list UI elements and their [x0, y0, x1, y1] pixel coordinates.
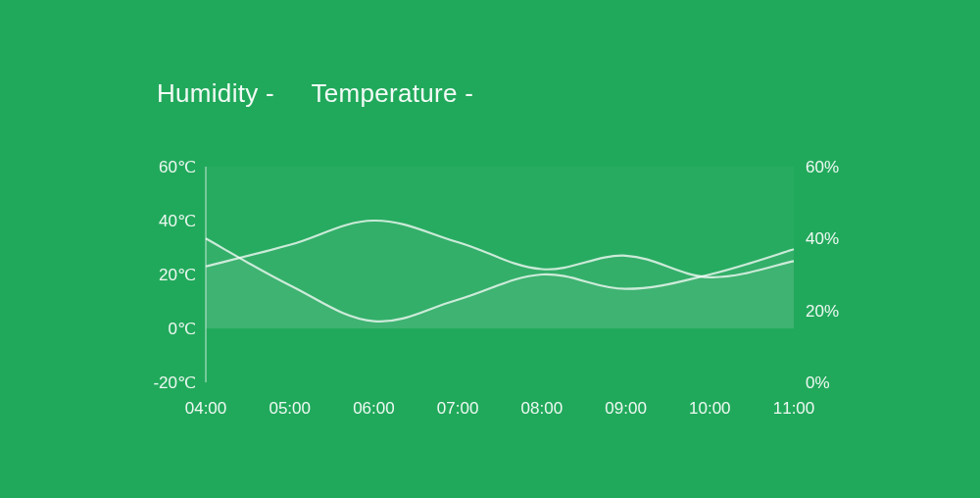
x-tick: 06:00 [353, 399, 395, 418]
legend-item-humidity: Humidity - [157, 78, 274, 109]
chart: -20℃0℃20℃40℃60℃0%20%40%60%04:0005:0006:0… [127, 157, 853, 441]
legend-item-temperature: Temperature - [312, 78, 474, 109]
y-tick-left: 60℃ [159, 158, 196, 176]
y-tick-left: 40℃ [159, 212, 196, 230]
legend: Humidity - Temperature - [157, 78, 503, 109]
x-tick: 05:00 [269, 399, 311, 418]
y-tick-right: 20% [806, 302, 839, 321]
y-tick-left: 0℃ [169, 320, 196, 338]
y-tick-left: -20℃ [153, 374, 196, 392]
y-tick-right: 0% [806, 374, 830, 392]
x-tick: 10:00 [689, 399, 731, 418]
x-tick: 11:00 [773, 399, 815, 418]
x-tick: 04:00 [185, 399, 227, 418]
x-tick: 07:00 [437, 399, 479, 418]
x-tick: 09:00 [605, 399, 647, 418]
y-tick-left: 20℃ [159, 266, 196, 284]
y-tick-right: 40% [806, 229, 839, 248]
y-tick-right: 60% [806, 158, 839, 176]
x-tick: 08:00 [521, 399, 564, 418]
